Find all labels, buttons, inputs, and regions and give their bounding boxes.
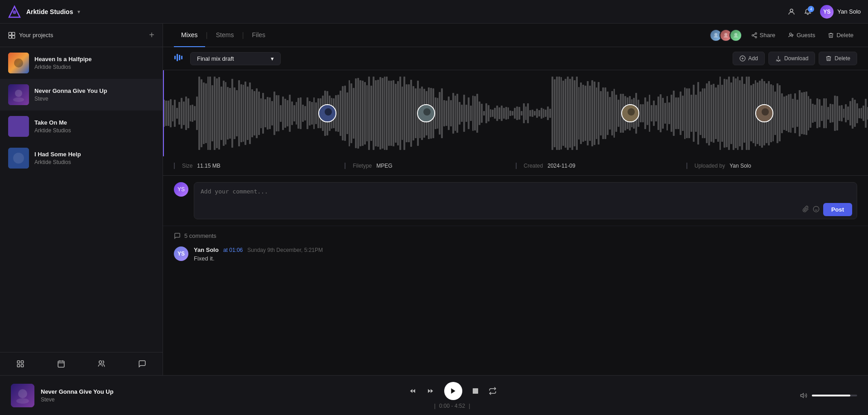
waveform-bar[interactable] bbox=[644, 97, 646, 130]
waveform-bar[interactable] bbox=[307, 97, 308, 130]
waveform-bar[interactable] bbox=[492, 110, 494, 116]
waveform-bar[interactable] bbox=[702, 88, 704, 139]
stop-button[interactable] bbox=[471, 387, 480, 395]
waveform-bar[interactable] bbox=[465, 105, 467, 122]
waveform-bar[interactable] bbox=[843, 109, 845, 118]
tab-files[interactable]: Files bbox=[245, 24, 273, 47]
waveform-bar[interactable] bbox=[278, 95, 280, 131]
waveform-bar[interactable] bbox=[499, 107, 500, 119]
waveform-bar[interactable] bbox=[830, 104, 831, 123]
waveform-bar[interactable] bbox=[525, 106, 527, 120]
waveform-bar[interactable] bbox=[737, 77, 739, 150]
waveform-bar[interactable] bbox=[728, 77, 730, 150]
waveform-bar[interactable] bbox=[249, 82, 251, 144]
waveform-bar[interactable] bbox=[483, 111, 485, 116]
waveform-bar[interactable] bbox=[269, 97, 271, 130]
waveform-bar[interactable] bbox=[384, 77, 386, 150]
waveform-bar[interactable] bbox=[397, 81, 399, 146]
waveform-bar[interactable] bbox=[541, 108, 542, 119]
waveform-bar[interactable] bbox=[443, 100, 445, 126]
waveform-bar[interactable] bbox=[203, 82, 205, 144]
waveform-bar[interactable] bbox=[673, 91, 675, 135]
waveform-bar[interactable] bbox=[456, 94, 458, 133]
waveform-bar[interactable] bbox=[344, 86, 346, 141]
waveform-bar[interactable] bbox=[741, 77, 743, 150]
waveform-bar[interactable] bbox=[479, 101, 480, 125]
waveform-bar[interactable] bbox=[357, 78, 359, 149]
waveform-bar[interactable] bbox=[503, 108, 505, 119]
waveform-bar[interactable] bbox=[653, 101, 655, 126]
waveform-bar[interactable] bbox=[271, 101, 273, 125]
waveform-bar[interactable] bbox=[415, 88, 417, 138]
waveform-bar[interactable] bbox=[821, 106, 823, 121]
waveform-bar[interactable] bbox=[276, 95, 278, 131]
project-item-heaven[interactable]: Heaven Is a Halfpipe Arktide Studios bbox=[0, 47, 163, 79]
waveform-bar[interactable] bbox=[536, 109, 538, 118]
waveform-bar[interactable] bbox=[505, 107, 507, 120]
waveform-bar[interactable] bbox=[218, 77, 220, 150]
waveform-bar[interactable] bbox=[534, 111, 536, 116]
waveform-bar[interactable] bbox=[459, 102, 460, 125]
waveform-bar[interactable] bbox=[399, 77, 401, 150]
waveform-bar[interactable] bbox=[245, 82, 246, 145]
waveform-bar[interactable] bbox=[256, 88, 258, 138]
waveform-bar[interactable] bbox=[547, 106, 549, 120]
waveform-bar[interactable] bbox=[753, 84, 754, 143]
waveform-bar[interactable] bbox=[350, 83, 352, 144]
waveform-bar[interactable] bbox=[337, 95, 339, 132]
waveform-bar[interactable] bbox=[748, 77, 750, 150]
waveform-bar[interactable] bbox=[234, 87, 235, 139]
waveform-bar[interactable] bbox=[490, 109, 492, 117]
waveform-bar[interactable] bbox=[667, 96, 668, 130]
waveform-bar[interactable] bbox=[474, 96, 476, 130]
waveform-bar[interactable] bbox=[774, 92, 776, 135]
waveform-bar[interactable] bbox=[264, 99, 266, 127]
waveform-bar[interactable] bbox=[509, 111, 511, 116]
waveform-bar[interactable] bbox=[565, 79, 566, 148]
waveform-bar[interactable] bbox=[596, 87, 598, 139]
waveform-bar[interactable] bbox=[309, 101, 311, 125]
waveform-bar[interactable] bbox=[523, 103, 525, 123]
waveform-bar[interactable] bbox=[677, 97, 679, 129]
waveform-bar[interactable] bbox=[832, 104, 834, 122]
waveform-bar[interactable] bbox=[185, 97, 187, 130]
waveform-bar[interactable] bbox=[863, 106, 864, 121]
attach-button[interactable] bbox=[802, 206, 809, 214]
waveform-bar[interactable] bbox=[296, 102, 297, 125]
waveform-bar[interactable] bbox=[806, 92, 807, 135]
waveform-bar[interactable] bbox=[794, 93, 796, 133]
waveform-bar[interactable] bbox=[209, 77, 211, 150]
waveform-bar[interactable] bbox=[377, 80, 379, 146]
waveform-bar[interactable] bbox=[680, 92, 681, 135]
waveform-bar[interactable] bbox=[485, 103, 487, 123]
waveform-bar[interactable] bbox=[508, 107, 509, 119]
waveform-bar[interactable] bbox=[211, 85, 213, 142]
waveform-bar[interactable] bbox=[779, 85, 781, 141]
waveform-bar[interactable] bbox=[494, 108, 496, 119]
waveform-bar[interactable] bbox=[176, 108, 178, 119]
waveform-bar[interactable] bbox=[847, 106, 849, 120]
waveform-bar[interactable] bbox=[366, 85, 368, 141]
download-button[interactable]: Download bbox=[768, 52, 815, 65]
waveform-bar[interactable] bbox=[408, 84, 410, 143]
waveform-bar[interactable] bbox=[355, 78, 357, 149]
waveform-bar[interactable] bbox=[393, 80, 394, 147]
waveform-bar[interactable] bbox=[196, 97, 198, 130]
waveform-bar[interactable] bbox=[743, 84, 745, 143]
waveform-bar[interactable] bbox=[518, 107, 520, 120]
waveform-bar[interactable] bbox=[382, 78, 384, 148]
waveform-bar[interactable] bbox=[686, 88, 688, 138]
waveform-bar[interactable] bbox=[700, 92, 701, 135]
waveform-bar[interactable] bbox=[514, 108, 516, 118]
waveform-bar[interactable] bbox=[373, 77, 374, 150]
waveform-bar[interactable] bbox=[368, 77, 370, 150]
waveform-bar[interactable] bbox=[470, 106, 472, 121]
user-profile-button[interactable] bbox=[787, 8, 796, 16]
waveform-bar[interactable] bbox=[861, 108, 863, 119]
volume-bar[interactable] bbox=[812, 395, 857, 396]
delete-mix-button[interactable]: Delete bbox=[819, 52, 857, 65]
waveform-bar[interactable] bbox=[410, 80, 412, 146]
waveform-bar[interactable] bbox=[362, 81, 364, 146]
waveform-bar[interactable] bbox=[814, 105, 816, 121]
waveform-bar[interactable] bbox=[839, 106, 840, 121]
